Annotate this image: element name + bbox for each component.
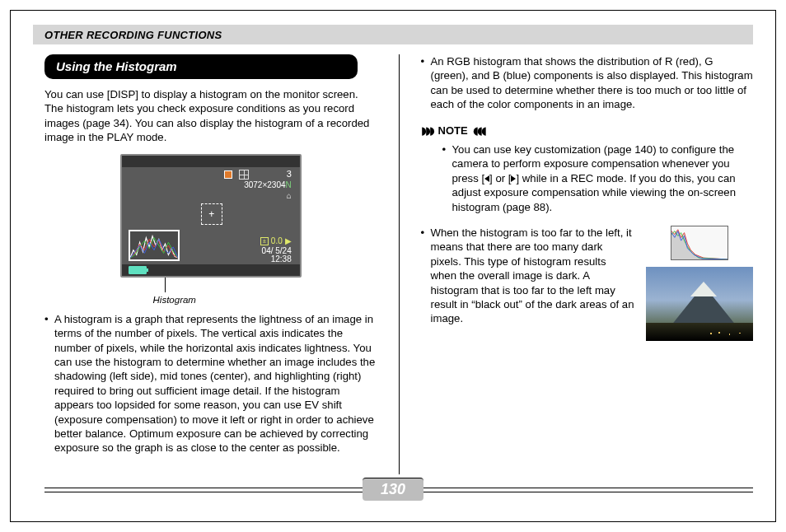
left-column: Using the Histogram You can use [DISP] t… — [44, 54, 377, 474]
section-header-bar: OTHER RECORDING FUNCTIONS — [33, 25, 753, 44]
wb-indoor-icon: ⌂ — [287, 190, 292, 201]
resolution-readout: 3072×2304N — [244, 180, 292, 190]
city-lights — [707, 329, 748, 338]
content-columns: Using the Histogram You can use [DISP] t… — [44, 54, 753, 474]
note-bullet: You can use key customization (page 140)… — [442, 142, 751, 214]
bullet-rgb-histogram: An RGB histogram that shows the distribu… — [421, 54, 754, 112]
section-header-text: OTHER RECORDING FUNCTIONS — [44, 29, 222, 41]
resolution-value: 3072×2304 — [244, 180, 285, 189]
focus-reticle-icon — [201, 203, 222, 225]
camera-screen-figure: 3 3072×2304N ⌂ ± 0.0 ▶ 04/ 5/24 12:38 — [44, 154, 377, 306]
left-skewed-histogram — [671, 226, 728, 260]
note-label: NOTE — [438, 124, 468, 138]
right-column: An RGB histogram that shows the distribu… — [421, 54, 754, 474]
record-indicator-icon — [224, 170, 232, 179]
screen-top-band — [122, 156, 300, 167]
shots-remaining: 3 — [287, 168, 292, 180]
ev-icon: ± — [260, 237, 269, 245]
dark-histogram-block: When the histogram is too far to the lef… — [421, 226, 754, 341]
histogram-svg — [130, 231, 178, 259]
grid-icon — [239, 170, 249, 180]
note-body: You can use key customization (page 140)… — [421, 142, 754, 214]
column-divider — [399, 54, 400, 474]
note-ornament-right-icon: ◖◖◖ — [473, 124, 485, 138]
resolution-quality: N — [286, 180, 292, 189]
note-heading: ◗◗◗ NOTE ◖◖◖ — [421, 124, 754, 138]
bullet-what-is-histogram: A histogram is a graph that represents t… — [44, 312, 377, 455]
left-bullets: A histogram is a graph that represents t… — [44, 312, 377, 455]
screen-bottom-band — [122, 264, 300, 276]
right-bullets-top: An RGB histogram that shows the distribu… — [421, 54, 754, 112]
battery-icon — [129, 266, 147, 274]
note-ornament-left-icon: ◗◗◗ — [421, 124, 433, 138]
page-number: 130 — [363, 478, 423, 501]
bullet-too-dark: When the histogram is too far to the lef… — [421, 226, 635, 326]
dark-example-stack — [646, 226, 753, 341]
intro-paragraph: You can use [DISP] to display a histogra… — [44, 87, 377, 145]
subsection-title: Using the Histogram — [44, 54, 358, 79]
dark-sample-photo — [646, 267, 753, 341]
histogram-caption: Histogram — [153, 294, 196, 306]
note-text-mid: ] or [ — [489, 172, 511, 184]
mountain-shape — [671, 285, 737, 326]
dark-histogram-text: When the histogram is too far to the lef… — [421, 226, 635, 333]
time-readout: 12:38 — [271, 254, 292, 264]
camera-screen: 3 3072×2304N ⌂ ± 0.0 ▶ 04/ 5/24 12:38 — [120, 154, 302, 278]
histogram-thumbnail — [129, 230, 180, 261]
callout-line — [165, 278, 166, 292]
